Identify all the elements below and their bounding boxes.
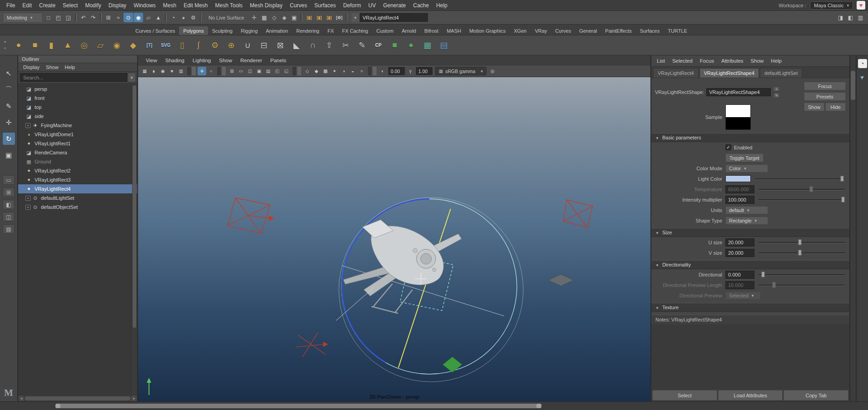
attribute-editor-menu-item[interactable]: List bbox=[653, 57, 669, 64]
gate-mask-icon[interactable]: ▣ bbox=[255, 67, 263, 75]
shadows-icon[interactable]: ◑ bbox=[339, 67, 348, 75]
shelf-tab[interactable]: Motion Graphics bbox=[465, 26, 510, 35]
scroll-right-icon[interactable]: ▸ bbox=[131, 396, 137, 401]
menu-item[interactable]: Generate bbox=[379, 1, 409, 10]
expand-toggle-icon[interactable]: + bbox=[25, 205, 30, 210]
menu-item[interactable]: Create bbox=[35, 1, 59, 10]
directional-field[interactable] bbox=[725, 271, 754, 279]
combine-icon[interactable]: ∪ bbox=[240, 38, 255, 53]
motion-blur-icon[interactable]: ≈ bbox=[357, 67, 366, 75]
plane-projection-icon[interactable]: ▤ bbox=[436, 38, 451, 53]
range-start-handle[interactable] bbox=[55, 404, 60, 408]
poly-helix-icon[interactable]: ∫ bbox=[191, 38, 206, 53]
show-manipulator-icon[interactable]: ✛ bbox=[249, 13, 259, 22]
color-mode-select[interactable]: Color bbox=[725, 164, 768, 173]
poly-text-icon[interactable]: [T] bbox=[142, 38, 157, 53]
menu-item[interactable]: Curves bbox=[286, 1, 311, 10]
gamma-field[interactable] bbox=[416, 67, 432, 75]
attribute-editor-tab[interactable]: VRayLightRect4 bbox=[653, 68, 699, 78]
shape-type-select[interactable]: Rectangle bbox=[725, 217, 768, 225]
menu-item[interactable]: Surfaces bbox=[311, 1, 339, 10]
svg-tool-icon[interactable]: SVG bbox=[158, 38, 174, 53]
3d-scene[interactable] bbox=[138, 77, 650, 401]
field-chart-icon[interactable]: ▤ bbox=[264, 67, 273, 75]
shelf-tab[interactable]: Custom bbox=[372, 26, 398, 35]
directional-slider[interactable] bbox=[759, 271, 845, 278]
outliner-item[interactable]: + defaultLightSet bbox=[18, 193, 137, 203]
multi-cut-icon[interactable]: ✂ bbox=[338, 38, 353, 53]
smooth-mesh-icon[interactable]: ■ bbox=[387, 38, 402, 53]
attribute-editor-tab[interactable]: defaultLightSet bbox=[760, 68, 802, 78]
open-scene-icon[interactable]: ◰ bbox=[54, 13, 63, 22]
poly-cube-icon[interactable]: ■ bbox=[27, 38, 43, 53]
poly-sphere-icon[interactable]: ● bbox=[11, 38, 26, 53]
v-size-field[interactable] bbox=[725, 249, 754, 257]
outliner-item[interactable]: + FyingMachine bbox=[18, 121, 137, 130]
outliner-item[interactable]: side bbox=[18, 112, 137, 121]
send-feedback-icon[interactable]: ➤ bbox=[858, 73, 867, 82]
shelf-tab[interactable]: Polygons bbox=[179, 26, 208, 35]
outliner-item[interactable]: RendeCamera bbox=[18, 148, 137, 157]
outliner-menu-item[interactable]: Display bbox=[20, 64, 43, 71]
green-marker[interactable] bbox=[443, 357, 462, 372]
viewport-menu-item[interactable]: View bbox=[142, 57, 161, 64]
wireframe-icon[interactable]: ◇ bbox=[303, 67, 312, 75]
playback-range-slider[interactable] bbox=[55, 404, 541, 408]
slider-handle[interactable] bbox=[841, 176, 844, 182]
node-name-field[interactable] bbox=[706, 88, 771, 96]
divider[interactable] bbox=[165, 14, 167, 22]
footer-button[interactable]: Select bbox=[652, 390, 717, 400]
show-button[interactable]: Show bbox=[804, 103, 824, 111]
divider[interactable] bbox=[187, 67, 196, 75]
live-surface-indicator[interactable]: No Live Surface bbox=[208, 15, 244, 20]
viewport-menu-item[interactable]: Panels bbox=[266, 57, 290, 64]
render-view-icon[interactable]: [▮] bbox=[304, 13, 314, 22]
bevel-icon[interactable]: ◣ bbox=[289, 38, 304, 53]
hide-button[interactable]: Hide bbox=[825, 103, 846, 111]
sculpt-sphere-icon[interactable]: ● bbox=[403, 38, 419, 53]
shelf-tab-switcher-icon[interactable]: ▾ bbox=[2, 40, 8, 45]
flying-machine-model[interactable] bbox=[336, 220, 461, 321]
grid-icon[interactable]: ⊞ bbox=[228, 67, 236, 75]
layout-hypershade-icon[interactable]: ▤ bbox=[3, 224, 15, 234]
image-plane-icon[interactable]: ▥ bbox=[177, 67, 185, 75]
viewport-menu-item[interactable]: Shading bbox=[161, 57, 188, 64]
menu-item[interactable]: Mesh Display bbox=[246, 1, 286, 10]
outliner-item[interactable]: + defaultObjectSet bbox=[18, 203, 137, 212]
range-end-handle[interactable] bbox=[536, 404, 541, 408]
toggle-target-button[interactable]: Toggle Target bbox=[725, 153, 764, 162]
menu-item[interactable]: Cache bbox=[409, 1, 432, 10]
exposure-field[interactable] bbox=[388, 67, 405, 75]
viewport-menu-item[interactable]: Show bbox=[215, 57, 236, 64]
scrollbar-thumb[interactable] bbox=[851, 71, 855, 100]
outliner-item[interactable]: VRayLightRect2 bbox=[18, 166, 137, 175]
object-inputs-icon[interactable]: ◔ bbox=[169, 13, 178, 22]
outliner-item[interactable]: VRayLightRect4 bbox=[18, 184, 137, 193]
menu-set-selector[interactable]: Modeling bbox=[3, 13, 43, 23]
construction-history-icon[interactable]: ⚙ bbox=[188, 13, 198, 22]
sidebar-channel-box-icon[interactable]: ▥ bbox=[856, 13, 865, 22]
attribute-editor-menu-item[interactable]: Help bbox=[767, 57, 785, 64]
outliner-item[interactable]: persp bbox=[18, 84, 137, 94]
clock-icon[interactable]: ◔ bbox=[858, 59, 867, 68]
poly-soccer-ball-icon[interactable]: ⊕ bbox=[223, 38, 239, 53]
vray-light-rect-gizmo-small[interactable] bbox=[296, 332, 328, 357]
expand-toggle-icon[interactable]: + bbox=[25, 123, 30, 128]
render-settings-icon[interactable]: [⚙] bbox=[334, 13, 344, 22]
shelf-tab[interactable]: Arnold bbox=[397, 26, 420, 35]
divider[interactable] bbox=[75, 14, 77, 22]
scrollbar-thumb[interactable] bbox=[133, 85, 136, 328]
shelf-tab[interactable]: MASH bbox=[442, 26, 465, 35]
directional-preview-length-field[interactable] bbox=[725, 281, 754, 289]
focus-button[interactable]: Focus bbox=[804, 82, 846, 90]
slider-handle[interactable] bbox=[761, 272, 764, 277]
resolution-gate-icon[interactable]: ◫ bbox=[246, 67, 254, 75]
gamma-icon[interactable]: γ bbox=[406, 67, 415, 75]
shelf-tab[interactable]: TURTLE bbox=[664, 26, 691, 35]
snap-grid-icon[interactable]: ⊞ bbox=[104, 13, 113, 22]
shelf-tab[interactable]: Curves bbox=[551, 26, 575, 35]
divider[interactable] bbox=[301, 14, 303, 22]
slider-handle[interactable] bbox=[773, 282, 776, 288]
scrollbar-thumb[interactable] bbox=[25, 396, 130, 400]
platonic-solid-icon[interactable]: ◆ bbox=[125, 38, 141, 53]
